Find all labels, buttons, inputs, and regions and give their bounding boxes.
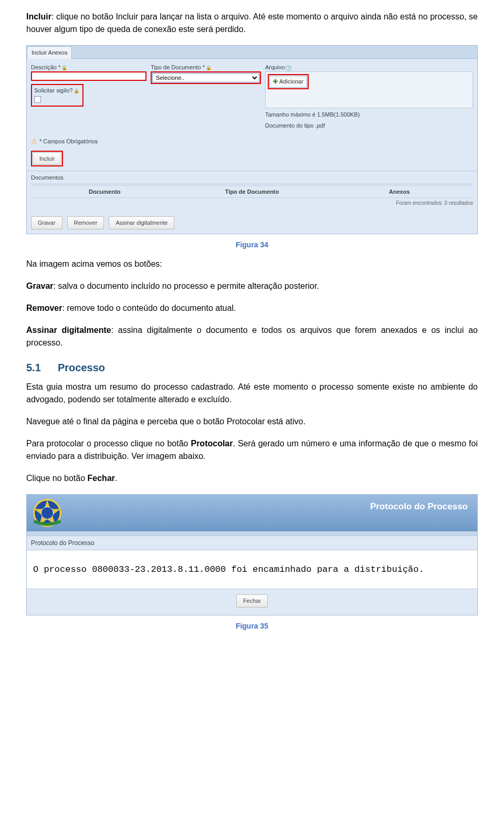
lock-icon: 🔒	[206, 65, 212, 72]
sigilo-checkbox[interactable]	[34, 96, 41, 103]
bottom-buttons: Gravar Remover Assinar digitalmente	[27, 212, 477, 234]
p-gravar: Gravar: salva o documento incluído no pr…	[26, 280, 478, 292]
section-title-text: Processo	[58, 362, 105, 373]
assinar-lead: Assinar digitalmente	[26, 326, 111, 334]
warning-icon: ⚠	[31, 137, 37, 145]
protocolo-sub: Protocolo do Processo	[27, 536, 477, 550]
figure-35-label: Figura 35	[26, 621, 478, 632]
incluir-rest: : clique no botão Incluir para lançar na…	[26, 12, 478, 34]
descricao-input[interactable]	[31, 71, 146, 81]
figure-34-label: Figura 34	[26, 239, 478, 250]
p-botoes-intro: Na imagem acima vemos os botões:	[26, 258, 478, 270]
screenshot-incluir-anexos: Incluir Anexos Descrição *🔒 Solicitar si…	[26, 45, 478, 234]
p-processo-2: Navegue até o final da página e perceba …	[26, 415, 478, 428]
documentos-count: Foram encontrados: 0 resultados	[31, 198, 473, 208]
protocolo-footer: Fechar	[27, 589, 477, 615]
incluir-button[interactable]: Incluir	[33, 152, 61, 165]
col-anexos: Anexos	[326, 186, 473, 198]
gravar-lead: Gravar	[26, 281, 54, 290]
form-body: Descrição *🔒 Solicitar sigilo?🔒 Tipo de …	[27, 59, 477, 169]
col-documento: Documento	[31, 186, 178, 198]
solicitar-sigilo-block: Solicitar sigilo?🔒	[31, 84, 83, 107]
label-descricao: Descrição *🔒	[31, 63, 146, 72]
p-processo-3: Para protocolar o processo clique no bot…	[26, 437, 478, 463]
help-icon[interactable]: ?	[286, 65, 291, 71]
arquivo-box: ✚Adicionar	[265, 71, 473, 108]
label-arquivo: Arquivo?	[265, 63, 473, 72]
documentos-header: Documento Tipo de Documento Anexos	[31, 185, 473, 198]
p-processo-4: Clique no botão Fechar.	[26, 472, 478, 485]
protocolo-message: O processo 0800033-23.2013.8.11.0000 foi…	[27, 550, 477, 589]
tamanho-info-1: Tamanho máximo é 1.5MB(1.500KB)	[265, 110, 473, 119]
plus-icon: ✚	[273, 78, 278, 85]
remover-button[interactable]: Remover	[67, 216, 104, 229]
assinar-button[interactable]: Assinar digitalmente	[109, 216, 174, 229]
tab-incluir-anexos[interactable]: Incluir Anexos	[27, 46, 72, 59]
screenshot-protocolo: Protocolo do Processo Protocolo do Proce…	[26, 494, 478, 615]
adicionar-button[interactable]: ✚Adicionar	[269, 76, 307, 88]
lock-icon: 🔒	[61, 65, 67, 72]
documentos-label: Documentos	[31, 173, 473, 184]
brasao-icon	[31, 497, 64, 529]
intro-paragraph: Incluir: clique no botão Incluir para la…	[26, 11, 478, 36]
protocolo-title: Protocolo do Processo	[370, 501, 468, 511]
fechar-button[interactable]: Fechar	[236, 594, 268, 608]
campos-obrigatorios: ⚠* Campos Obrigatórios	[31, 136, 473, 147]
protocolo-header: Protocolo do Processo	[27, 495, 477, 531]
gravar-button[interactable]: Gravar	[31, 216, 62, 229]
documentos-section: Documentos Documento Tipo de Documento A…	[27, 171, 477, 212]
section-5-1: 5.1Processo	[26, 360, 478, 375]
section-number: 5.1	[26, 360, 58, 375]
p-assinar: Assinar digitalmente: assina digitalment…	[26, 324, 478, 349]
p-processo-1: Esta guia mostra um resumo do processo c…	[26, 381, 478, 406]
col-tipo-documento: Tipo de Documento	[178, 186, 326, 198]
remover-lead: Remover	[26, 304, 62, 312]
tipo-documento-select[interactable]: Selecione..	[152, 73, 259, 82]
stripe	[27, 531, 477, 536]
p-remover: Remover: remove todo o conteúdo do docum…	[26, 302, 478, 315]
svg-point-2	[41, 507, 53, 519]
tamanho-info-2: Documento do tipo .pdf	[265, 121, 473, 130]
incluir-lead: Incluir	[26, 12, 51, 21]
tab-row: Incluir Anexos	[27, 46, 477, 59]
label-tipo-doc: Tipo de Documento *🔒	[151, 63, 261, 72]
lock-icon: 🔒	[74, 88, 79, 95]
label-sigilo: Solicitar sigilo?🔒	[34, 86, 79, 95]
